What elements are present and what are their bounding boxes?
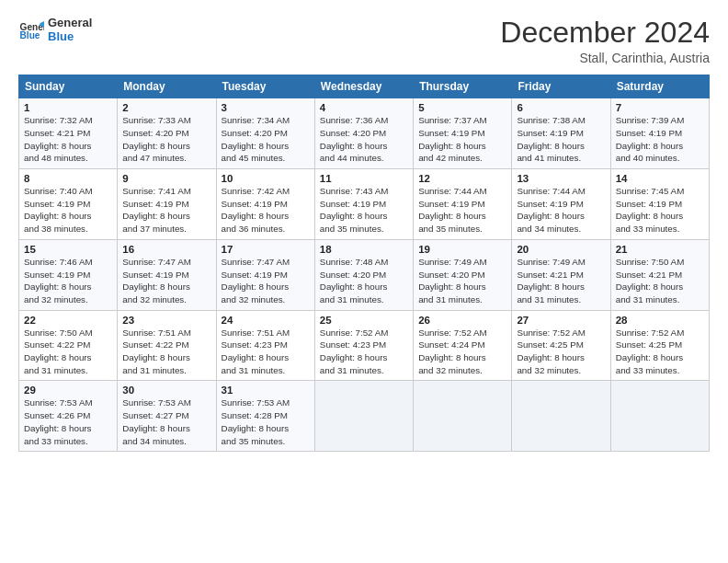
day-number: 11 — [320, 173, 408, 184]
day-number: 27 — [517, 315, 605, 326]
day-number: 21 — [616, 244, 704, 255]
week-row-4: 22 Sunrise: 7:50 AMSunset: 4:22 PMDaylig… — [19, 310, 710, 381]
day-info: Sunrise: 7:52 AMSunset: 4:25 PMDaylight:… — [517, 327, 605, 377]
day-info: Sunrise: 7:53 AMSunset: 4:27 PMDaylight:… — [122, 396, 210, 447]
week-row-2: 8 Sunrise: 7:40 AMSunset: 4:19 PMDayligh… — [19, 169, 710, 240]
day-info: Sunrise: 7:38 AMSunset: 4:19 PMDaylight:… — [517, 114, 605, 165]
day-number: 19 — [418, 244, 506, 255]
header-day-sunday: Sunday — [19, 75, 118, 98]
day-info: Sunrise: 7:48 AMSunset: 4:20 PMDaylight:… — [320, 256, 408, 306]
day-number: 13 — [517, 173, 605, 184]
day-info: Sunrise: 7:52 AMSunset: 4:23 PMDaylight:… — [320, 327, 408, 377]
day-number: 4 — [320, 102, 408, 113]
day-info: Sunrise: 7:53 AMSunset: 4:28 PMDaylight:… — [222, 396, 310, 447]
day-cell-1: 1 Sunrise: 7:32 AMSunset: 4:21 PMDayligh… — [19, 98, 118, 169]
day-cell-21: 21 Sunrise: 7:50 AMSunset: 4:21 PMDaylig… — [610, 239, 709, 310]
day-cell-23: 23 Sunrise: 7:51 AMSunset: 4:22 PMDaylig… — [118, 310, 216, 381]
day-cell-6: 6 Sunrise: 7:38 AMSunset: 4:19 PMDayligh… — [512, 98, 610, 169]
day-cell-14: 14 Sunrise: 7:45 AMSunset: 4:19 PMDaylig… — [610, 169, 709, 240]
logo: General Blue General Blue — [18, 17, 92, 44]
day-number: 22 — [24, 315, 112, 326]
day-cell-16: 16 Sunrise: 7:47 AMSunset: 4:19 PMDaylig… — [118, 239, 216, 310]
day-cell-26: 26 Sunrise: 7:52 AMSunset: 4:24 PMDaylig… — [414, 310, 512, 381]
day-cell-28: 28 Sunrise: 7:52 AMSunset: 4:25 PMDaylig… — [610, 310, 709, 381]
day-cell-31: 31 Sunrise: 7:53 AMSunset: 4:28 PMDaylig… — [216, 381, 314, 452]
day-cell-25: 25 Sunrise: 7:52 AMSunset: 4:23 PMDaylig… — [314, 310, 413, 381]
day-info: Sunrise: 7:50 AMSunset: 4:22 PMDaylight:… — [24, 327, 112, 377]
day-info: Sunrise: 7:50 AMSunset: 4:21 PMDaylight:… — [616, 256, 704, 306]
day-info: Sunrise: 7:34 AMSunset: 4:20 PMDaylight:… — [222, 114, 310, 165]
day-number: 12 — [418, 173, 506, 184]
day-info: Sunrise: 7:43 AMSunset: 4:19 PMDaylight:… — [320, 185, 408, 236]
week-row-3: 15 Sunrise: 7:46 AMSunset: 4:19 PMDaylig… — [19, 239, 710, 310]
day-cell-20: 20 Sunrise: 7:49 AMSunset: 4:21 PMDaylig… — [512, 239, 610, 310]
day-number: 9 — [122, 173, 210, 184]
day-number: 26 — [418, 315, 506, 326]
subtitle: Stall, Carinthia, Austria — [500, 51, 710, 65]
svg-text:Blue: Blue — [20, 30, 40, 40]
day-number: 3 — [222, 102, 310, 113]
day-info: Sunrise: 7:37 AMSunset: 4:19 PMDaylight:… — [418, 114, 506, 165]
calendar-header: SundayMondayTuesdayWednesdayThursdayFrid… — [19, 75, 710, 98]
day-number: 15 — [24, 244, 112, 255]
day-info: Sunrise: 7:41 AMSunset: 4:19 PMDaylight:… — [122, 185, 210, 236]
day-info: Sunrise: 7:52 AMSunset: 4:24 PMDaylight:… — [418, 327, 506, 377]
header-day-monday: Monday — [118, 75, 216, 98]
day-number: 20 — [517, 244, 605, 255]
day-info: Sunrise: 7:40 AMSunset: 4:19 PMDaylight:… — [24, 185, 112, 236]
day-cell-10: 10 Sunrise: 7:42 AMSunset: 4:19 PMDaylig… — [216, 169, 314, 240]
day-cell-29: 29 Sunrise: 7:53 AMSunset: 4:26 PMDaylig… — [19, 381, 118, 452]
empty-cell — [610, 381, 709, 452]
day-cell-7: 7 Sunrise: 7:39 AMSunset: 4:19 PMDayligh… — [610, 98, 709, 169]
day-info: Sunrise: 7:32 AMSunset: 4:21 PMDaylight:… — [24, 114, 112, 165]
day-number: 1 — [24, 102, 112, 113]
day-info: Sunrise: 7:45 AMSunset: 4:19 PMDaylight:… — [616, 185, 704, 236]
empty-cell — [414, 381, 512, 452]
day-number: 25 — [320, 315, 408, 326]
day-number: 7 — [616, 102, 704, 113]
day-cell-30: 30 Sunrise: 7:53 AMSunset: 4:27 PMDaylig… — [118, 381, 216, 452]
day-cell-19: 19 Sunrise: 7:49 AMSunset: 4:20 PMDaylig… — [414, 239, 512, 310]
day-info: Sunrise: 7:39 AMSunset: 4:19 PMDaylight:… — [616, 114, 704, 165]
day-number: 24 — [222, 315, 310, 326]
logo-icon: General Blue — [18, 17, 44, 43]
day-number: 18 — [320, 244, 408, 255]
day-cell-13: 13 Sunrise: 7:44 AMSunset: 4:19 PMDaylig… — [512, 169, 610, 240]
day-number: 23 — [122, 315, 210, 326]
day-number: 29 — [24, 385, 112, 396]
day-cell-12: 12 Sunrise: 7:44 AMSunset: 4:19 PMDaylig… — [414, 169, 512, 240]
day-info: Sunrise: 7:33 AMSunset: 4:20 PMDaylight:… — [122, 114, 210, 165]
day-info: Sunrise: 7:47 AMSunset: 4:19 PMDaylight:… — [222, 256, 310, 306]
day-cell-9: 9 Sunrise: 7:41 AMSunset: 4:19 PMDayligh… — [118, 169, 216, 240]
day-info: Sunrise: 7:49 AMSunset: 4:21 PMDaylight:… — [517, 256, 605, 306]
day-info: Sunrise: 7:44 AMSunset: 4:19 PMDaylight:… — [418, 185, 506, 236]
day-number: 16 — [122, 244, 210, 255]
day-cell-4: 4 Sunrise: 7:36 AMSunset: 4:20 PMDayligh… — [314, 98, 413, 169]
day-cell-2: 2 Sunrise: 7:33 AMSunset: 4:20 PMDayligh… — [118, 98, 216, 169]
empty-cell — [512, 381, 610, 452]
logo-general: General — [48, 17, 92, 30]
week-row-5: 29 Sunrise: 7:53 AMSunset: 4:26 PMDaylig… — [19, 381, 710, 452]
page: General Blue General Blue December 2024 … — [0, 0, 728, 563]
day-info: Sunrise: 7:44 AMSunset: 4:19 PMDaylight:… — [517, 185, 605, 236]
day-cell-18: 18 Sunrise: 7:48 AMSunset: 4:20 PMDaylig… — [314, 239, 413, 310]
day-info: Sunrise: 7:47 AMSunset: 4:19 PMDaylight:… — [122, 256, 210, 306]
calendar-table: SundayMondayTuesdayWednesdayThursdayFrid… — [18, 75, 710, 452]
day-cell-3: 3 Sunrise: 7:34 AMSunset: 4:20 PMDayligh… — [216, 98, 314, 169]
day-cell-22: 22 Sunrise: 7:50 AMSunset: 4:22 PMDaylig… — [19, 310, 118, 381]
day-info: Sunrise: 7:49 AMSunset: 4:20 PMDaylight:… — [418, 256, 506, 306]
logo-blue: Blue — [48, 30, 92, 44]
day-cell-8: 8 Sunrise: 7:40 AMSunset: 4:19 PMDayligh… — [19, 169, 118, 240]
day-cell-17: 17 Sunrise: 7:47 AMSunset: 4:19 PMDaylig… — [216, 239, 314, 310]
day-info: Sunrise: 7:51 AMSunset: 4:23 PMDaylight:… — [222, 327, 310, 377]
day-number: 10 — [222, 173, 310, 184]
day-cell-5: 5 Sunrise: 7:37 AMSunset: 4:19 PMDayligh… — [414, 98, 512, 169]
header: General Blue General Blue December 2024 … — [18, 17, 710, 65]
day-number: 17 — [222, 244, 310, 255]
day-info: Sunrise: 7:51 AMSunset: 4:22 PMDaylight:… — [122, 327, 210, 377]
header-day-wednesday: Wednesday — [314, 75, 413, 98]
day-info: Sunrise: 7:46 AMSunset: 4:19 PMDaylight:… — [24, 256, 112, 306]
header-day-tuesday: Tuesday — [216, 75, 314, 98]
day-number: 5 — [418, 102, 506, 113]
day-number: 30 — [122, 385, 210, 396]
